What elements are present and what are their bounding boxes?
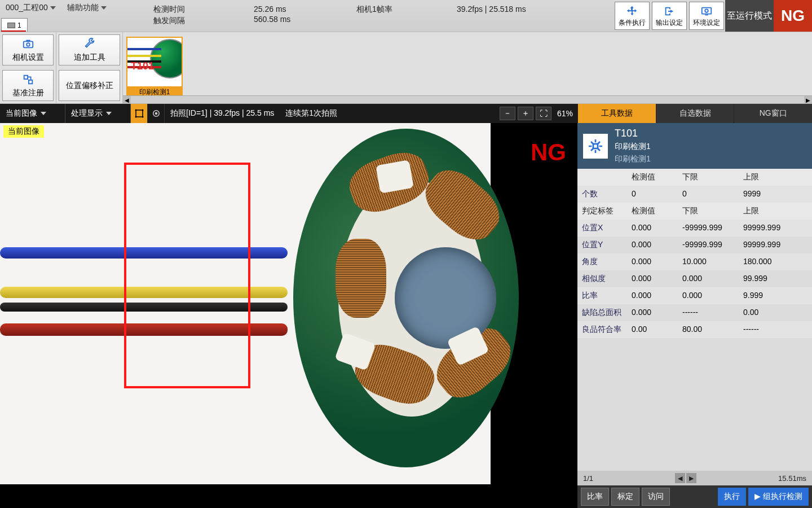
- group-execute-button[interactable]: ▶组执行检测: [748, 488, 809, 506]
- ratio-button[interactable]: 比率: [581, 488, 609, 506]
- zoom-out-button[interactable]: －: [500, 107, 515, 120]
- svg-rect-0: [702, 7, 712, 14]
- project-menu[interactable]: 000_工程00: [2, 2, 59, 14]
- ref-register-button[interactable]: 基准注册: [2, 70, 54, 101]
- row-upper: 180.000: [739, 253, 812, 270]
- row-label: 良品符合率: [577, 321, 627, 338]
- svg-point-12: [142, 116, 143, 118]
- scroll-left-icon[interactable]: ◀: [123, 96, 131, 104]
- tab-ng-window[interactable]: NG窗口: [734, 104, 812, 123]
- row-upper: 99.999: [739, 270, 812, 287]
- ng-badge-text: NG: [781, 7, 805, 25]
- table-row: 位置Y0.000-99999.99999999.999: [577, 237, 812, 253]
- pager-next-button[interactable]: ▶: [686, 473, 696, 483]
- table-header-1: 检测值 下限 上限: [577, 169, 812, 186]
- row-lower: 0.000: [678, 287, 739, 304]
- run-mode-button[interactable]: 至运行模式: [725, 0, 774, 32]
- aux-menu[interactable]: 辅助功能: [64, 2, 110, 14]
- tool-thumbnail-t101[interactable]: T101 印刷检测1: [126, 37, 183, 99]
- calibrate-button[interactable]: 标定: [611, 488, 639, 506]
- row-lower: -99999.999: [678, 237, 739, 253]
- svg-rect-15: [593, 144, 598, 148]
- zoom-in-icon: ＋: [522, 108, 529, 119]
- ng-overlay: NG: [531, 139, 566, 166]
- trigger-interval-label: 触发间隔: [153, 16, 185, 26]
- pager-prev-button[interactable]: ◀: [675, 473, 685, 483]
- tab-tool-data-label: 工具数据: [601, 108, 633, 119]
- current-image-label: 当前图像: [3, 125, 44, 138]
- current-image-dropdown[interactable]: 当前图像: [0, 104, 65, 123]
- pos-offset-button[interactable]: 位置偏移补正: [59, 70, 120, 101]
- current-image-dd-label: 当前图像: [6, 108, 37, 119]
- svg-rect-2: [705, 14, 708, 15]
- camera-setting-button[interactable]: 相机设置: [2, 34, 54, 65]
- tool-name: 印刷检测1: [615, 142, 651, 152]
- aux-menu-label: 辅助功能: [67, 3, 99, 13]
- capture-info: 拍照[ID=1] | 39.2fps | 25.5 ms: [165, 108, 280, 119]
- camera-icon: [7, 23, 15, 28]
- row-lower: 0: [678, 186, 739, 203]
- chevron-down-icon: [50, 6, 56, 10]
- execute-button[interactable]: 执行: [718, 488, 746, 506]
- add-tool-label: 追加工具: [74, 52, 105, 63]
- zoom-percent: 61%: [553, 109, 577, 118]
- table-row: 缺陷总面积0.000------0.00: [577, 304, 812, 321]
- wrench-icon: [83, 38, 96, 50]
- tab-custom-data[interactable]: 自选数据: [656, 104, 734, 123]
- row-lower: ------: [678, 304, 739, 321]
- register-icon: [22, 73, 34, 86]
- row-value: 0: [627, 186, 678, 203]
- row-label: 缺陷总面积: [577, 304, 627, 321]
- cond-exec-icon: [624, 5, 640, 18]
- topbar-right: 条件执行 输出设定 环境设定 至运行模式 NG: [614, 0, 812, 32]
- image-pane[interactable]: 当前图像 NG: [0, 123, 577, 508]
- thumbnail-strip: T101 印刷检测1 ◀ ▶: [123, 32, 812, 103]
- access-button[interactable]: 访问: [642, 488, 670, 506]
- row-upper: 0.00: [739, 304, 812, 321]
- svg-rect-6: [24, 75, 27, 78]
- zoom-in-button[interactable]: ＋: [518, 107, 533, 120]
- add-tool-button[interactable]: 追加工具: [59, 34, 120, 65]
- tool-id: T101: [615, 128, 651, 139]
- ng-status-badge: NG: [774, 0, 812, 32]
- table-row: 个数009999: [577, 186, 812, 203]
- tab-tool-data[interactable]: 工具数据: [577, 104, 656, 123]
- row-value: 0.000: [627, 220, 678, 237]
- ref-register-label: 基准注册: [12, 88, 44, 98]
- footer-time: 15.51ms: [778, 474, 806, 483]
- project-menu-label: 000_工程00: [6, 3, 48, 13]
- output-set-button[interactable]: 输出设定: [652, 2, 687, 30]
- region-icon: [134, 108, 144, 119]
- fit-button[interactable]: ⛶: [536, 107, 551, 120]
- row-label: 位置X: [577, 220, 627, 237]
- process-display-dropdown[interactable]: 处理显示: [65, 104, 131, 123]
- thumbnail-scrollbar[interactable]: ◀ ▶: [123, 95, 812, 103]
- thumbnail-label: T101: [131, 60, 154, 72]
- svg-point-14: [155, 112, 157, 115]
- capture-tool-button[interactable]: [148, 104, 165, 123]
- thumbnail-image: T101: [127, 38, 182, 86]
- scroll-right-icon[interactable]: ▶: [804, 96, 812, 104]
- row-value: 0.00: [627, 321, 678, 338]
- top-bar: 000_工程00 辅助功能 1 检测时间 触发间隔 25.26 ms 560.5…: [0, 0, 812, 32]
- play-icon: ▶: [754, 492, 761, 501]
- env-set-icon: [699, 5, 714, 18]
- svg-rect-5: [26, 40, 30, 41]
- row-label: 相似度: [577, 270, 627, 287]
- side-footer: 1/1 ◀ ▶ 15.51ms 比率 标定 访问 执行 ▶组执行检测: [577, 471, 812, 508]
- project-tab-1[interactable]: 1: [1, 18, 28, 32]
- region-tool-button[interactable]: [131, 104, 148, 123]
- table-row: 比率0.0000.0009.999: [577, 287, 812, 304]
- svg-rect-7: [28, 80, 32, 83]
- project-tab-label: 1: [17, 21, 21, 29]
- camera-setting-label: 相机设置: [12, 52, 44, 63]
- env-set-button[interactable]: 环境设定: [689, 2, 724, 30]
- row-label: 位置Y: [577, 237, 627, 253]
- left-tools: 相机设置 基准注册: [0, 32, 56, 103]
- roi-rectangle[interactable]: [124, 163, 250, 388]
- row-upper: ------: [739, 321, 812, 338]
- detection-status: 检测时间 触发间隔: [147, 0, 254, 32]
- env-set-label: 环境设定: [693, 18, 720, 28]
- cond-exec-button[interactable]: 条件执行: [615, 2, 650, 30]
- row-value: 0.000: [627, 304, 678, 321]
